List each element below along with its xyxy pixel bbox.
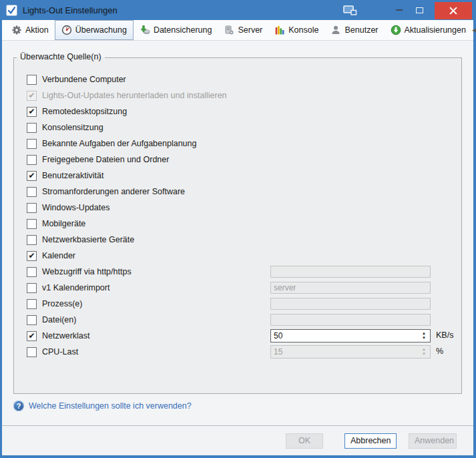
minimize-icon — [396, 9, 403, 11]
maximize-icon — [416, 7, 423, 13]
checkbox-label: Prozess(e) — [42, 299, 82, 308]
input-prozess-e[interactable] — [270, 298, 431, 310]
checkbox-webzugriff-via-http-https[interactable] — [27, 267, 37, 277]
checkbox-label: Kalender — [42, 251, 75, 260]
checkbox-label: Lights-Out-Updates herunterladen und ins… — [42, 91, 227, 100]
checkbox-netzwerkbasierte-geraete[interactable] — [27, 235, 37, 245]
monitored-sources-groupbox: Überwachte Quelle(n) Verbundene Computer… — [13, 57, 462, 394]
checkbox-verbundene-computer[interactable] — [27, 75, 37, 85]
source-row-netzwerklast: ✔Netzwerklast50▲▼KB/s — [14, 328, 461, 344]
source-row-lights-out-updates-herunterladen-und-installieren: ✔Lights-Out-Updates herunterladen und in… — [14, 87, 461, 103]
tab-label: Datensicherung — [154, 25, 212, 35]
tab-scroll-arrows: ◀ ▶ — [472, 20, 476, 40]
tab-aktion[interactable]: Aktion — [5, 20, 55, 40]
checkbox-windows-updates[interactable] — [27, 203, 37, 213]
tab-konsole[interactable]: Konsole — [268, 20, 324, 40]
chart-icon — [274, 25, 285, 35]
help-link[interactable]: ? Welche Einstellungen sollte ich verwen… — [13, 401, 192, 411]
source-row-remotedesktopsitzung: ✔Remotedesktopsitzung — [14, 103, 461, 120]
maximize-button[interactable] — [409, 0, 430, 20]
checkbox-benutzeraktivitaet[interactable]: ✔ — [27, 171, 37, 181]
checkbox-konsolensitzung[interactable] — [27, 123, 37, 133]
app-icon — [6, 5, 17, 16]
tab-benutzer[interactable]: Benutzer — [324, 20, 384, 40]
source-row-windows-updates: Windows-Updates — [14, 200, 461, 216]
checkbox-lights-out-updates-herunterladen-und-installieren[interactable]: ✔ — [27, 91, 37, 101]
gauge-icon — [61, 25, 72, 35]
checkbox-remotedesktopsitzung[interactable]: ✔ — [27, 107, 37, 117]
dialog-footer: OK Abbrechen Anwenden — [2, 425, 473, 455]
source-row-freigegebene-dateien-und-ordner: Freigegebene Dateien und Ordner — [14, 152, 461, 168]
input-v1-kalenderimport[interactable]: server — [270, 282, 431, 294]
tab-datensicherung[interactable]: Datensicherung — [134, 20, 218, 40]
source-row-v1-kalenderimport: v1 Kalenderimportserver — [14, 280, 461, 296]
tab-ueberwachung[interactable]: Überwachung — [55, 20, 134, 40]
checkbox-label: Datei(en) — [42, 315, 76, 324]
close-button[interactable] — [435, 2, 472, 19]
checkbox-prozess-e[interactable] — [27, 299, 37, 309]
tab-server[interactable]: Server — [218, 20, 268, 40]
checkbox-label: CPU-Last — [42, 347, 78, 357]
source-row-kalender: ✔Kalender — [14, 248, 461, 264]
checkbox-label: Verbundene Computer — [42, 75, 126, 84]
unit-label: % — [436, 347, 443, 356]
spinner-buttons[interactable]: ▲▼ — [419, 331, 429, 340]
checkbox-mobilgeraete[interactable] — [27, 219, 37, 229]
input-webzugriff-via-http-https[interactable] — [270, 266, 431, 278]
source-row-prozess-e: Prozess(e) — [14, 296, 461, 312]
checkbox-netzwerklast[interactable]: ✔ — [27, 331, 37, 341]
source-row-cpu-last: CPU-Last15▲▼% — [14, 344, 461, 360]
tab-label: Aktion — [25, 25, 49, 35]
ok-button[interactable]: OK — [286, 433, 323, 449]
spinner-value: 50 — [274, 330, 282, 342]
user-icon — [330, 25, 341, 35]
sources-list: Verbundene Computer✔Lights-Out-Updates h… — [14, 58, 461, 393]
checkbox-v1-kalenderimport[interactable] — [27, 283, 37, 293]
source-row-stromanforderungen-anderer-software: Stromanforderungen anderer Software — [14, 184, 461, 200]
checkbox-label: Remotedesktopsitzung — [42, 107, 127, 116]
tab-scroll-left-icon[interactable]: ◀ — [472, 27, 476, 33]
cancel-button[interactable]: Abbrechen — [344, 433, 397, 449]
input-datei-en[interactable] — [270, 314, 431, 326]
unit-label: KB/s — [436, 330, 453, 340]
checkbox-label: Stromanforderungen anderer Software — [42, 187, 185, 196]
checkbox-label: Mobilgeräte — [42, 219, 85, 228]
titlebar: Lights-Out Einstellungen — [0, 0, 476, 20]
spin-up-icon[interactable]: ▲ — [419, 331, 429, 336]
source-row-benutzeraktivitaet: ✔Benutzeraktivität — [14, 168, 461, 184]
checkbox-label: Windows-Updates — [42, 203, 109, 212]
spinner-netzwerklast[interactable]: 50▲▼ — [270, 329, 431, 342]
tab-aktualisierungen[interactable]: Aktualisierungen — [385, 20, 472, 40]
minimize-button[interactable] — [389, 0, 409, 20]
display-icon — [343, 5, 357, 16]
spin-down-icon[interactable]: ▼ — [419, 352, 429, 357]
checkbox-cpu-last[interactable] — [27, 347, 37, 357]
tab-label: Aktualisierungen — [405, 25, 466, 35]
tab-label: Überwachung — [75, 25, 127, 35]
spinner-value: 15 — [274, 346, 282, 358]
lights-out-settings-window: Lights-Out Einstellungen AktionÜberwachu… — [0, 0, 476, 458]
update-icon — [391, 25, 401, 35]
spin-down-icon[interactable]: ▼ — [419, 336, 429, 340]
tab-label: Benutzer — [344, 25, 378, 35]
spinner-cpu-last[interactable]: 15▲▼ — [270, 345, 431, 359]
checkbox-label: Freigegebene Dateien und Ordner — [42, 155, 169, 164]
checkbox-datei-en[interactable] — [27, 315, 37, 325]
checkbox-stromanforderungen-anderer-software[interactable] — [27, 187, 37, 197]
source-row-verbundene-computer: Verbundene Computer — [14, 71, 461, 87]
source-row-bekannte-aufgaben-der-aufgabenplanung: Bekannte Aufgaben der Aufgabenplanung — [14, 136, 461, 152]
checkbox-bekannte-aufgaben-der-aufgabenplanung[interactable] — [27, 139, 37, 149]
source-row-webzugriff-via-http-https: Webzugriff via http/https — [14, 264, 461, 280]
caption-buttons — [389, 0, 476, 20]
spin-up-icon[interactable]: ▲ — [419, 347, 429, 352]
backup-icon — [140, 25, 150, 35]
server-icon — [224, 25, 234, 35]
checkbox-kalender[interactable]: ✔ — [27, 251, 37, 261]
spinner-buttons[interactable]: ▲▼ — [419, 347, 429, 357]
checkbox-label: Konsolensitzung — [42, 123, 103, 132]
apply-button[interactable]: Anwenden — [409, 433, 457, 449]
checkbox-freigegebene-dateien-und-ordner[interactable] — [27, 155, 37, 165]
gear-icon — [11, 25, 22, 35]
tab-label: Konsole — [288, 25, 318, 35]
source-row-mobilgeraete: Mobilgeräte — [14, 216, 461, 232]
